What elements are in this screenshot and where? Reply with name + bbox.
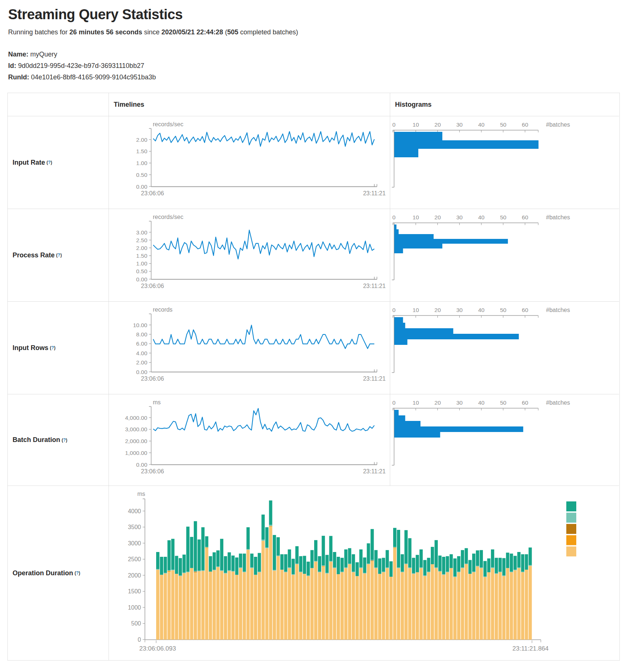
query-runid-label: RunId: bbox=[8, 73, 29, 81]
batch-duration-help-icon[interactable]: (?) bbox=[62, 438, 67, 443]
svg-text:20: 20 bbox=[435, 121, 441, 128]
query-id-row: Id: 9d0dd219-995d-423e-b97d-36931110bb27 bbox=[8, 60, 625, 72]
svg-text:records/sec: records/sec bbox=[153, 214, 183, 220]
svg-text:30: 30 bbox=[456, 214, 463, 220]
legend-swatch-4 bbox=[566, 535, 576, 545]
svg-text:10: 10 bbox=[413, 121, 419, 128]
running-batches-summary: Running batches for 26 minutes 56 second… bbox=[8, 28, 625, 36]
svg-text:50: 50 bbox=[500, 400, 506, 406]
row-label-text: Batch Duration bbox=[13, 436, 60, 444]
svg-text:4,000.00: 4,000.00 bbox=[125, 415, 148, 421]
query-name-row: Name: myQuery bbox=[8, 49, 625, 60]
svg-text:1,000.00: 1,000.00 bbox=[125, 450, 148, 456]
svg-text:50: 50 bbox=[500, 214, 506, 220]
svg-text:30: 30 bbox=[456, 307, 463, 313]
row-label-batch-duration: Batch Duration (?) bbox=[8, 394, 109, 486]
svg-text:0: 0 bbox=[392, 214, 396, 220]
header-empty-cell bbox=[8, 93, 109, 116]
svg-text:3,000.00: 3,000.00 bbox=[125, 426, 148, 432]
svg-text:#batches: #batches bbox=[546, 400, 570, 406]
svg-text:#batches: #batches bbox=[546, 307, 570, 313]
svg-text:3500: 3500 bbox=[128, 524, 141, 530]
svg-text:records/sec: records/sec bbox=[153, 121, 183, 127]
start-timestamp: 2020/05/21 22:44:28 bbox=[161, 28, 223, 36]
batch-duration-histogram-chart: 0102030405060#batches bbox=[390, 394, 619, 486]
query-runid-row: RunId: 04e101e6-8bf8-4165-9099-9104c951b… bbox=[8, 72, 625, 83]
query-name-label: Name: bbox=[8, 51, 28, 58]
svg-text:2,000.00: 2,000.00 bbox=[125, 438, 148, 444]
svg-text:6.00: 6.00 bbox=[136, 340, 148, 347]
svg-text:23:06:06: 23:06:06 bbox=[141, 283, 164, 289]
process-rate-timeline-chart: records/sec3.002.502.001.501.000.500.002… bbox=[109, 209, 390, 302]
svg-text:4000: 4000 bbox=[128, 508, 141, 514]
row-label-text: Operation Duration bbox=[13, 569, 73, 577]
svg-text:2000: 2000 bbox=[128, 572, 141, 579]
svg-text:40: 40 bbox=[478, 400, 485, 406]
svg-text:60: 60 bbox=[522, 121, 529, 128]
header-timelines: Timelines bbox=[109, 93, 390, 116]
input-rate-timeline-chart: records/sec2.001.501.000.500.0023:06:062… bbox=[109, 116, 390, 209]
operation-duration-help-icon[interactable]: (?) bbox=[75, 570, 80, 576]
svg-text:0.50: 0.50 bbox=[136, 268, 148, 274]
svg-text:20: 20 bbox=[435, 400, 441, 406]
svg-text:2.00: 2.00 bbox=[136, 137, 148, 143]
input-rate-help-icon[interactable]: (?) bbox=[47, 160, 52, 165]
svg-text:1000: 1000 bbox=[128, 604, 141, 611]
input-rows-timeline-chart: records10.008.006.004.002.000.0023:06:06… bbox=[109, 302, 390, 394]
row-label-operation-duration: Operation Duration (?) bbox=[8, 486, 109, 660]
query-id-value: 9d0dd219-995d-423e-b97d-36931110bb27 bbox=[18, 62, 144, 69]
svg-text:2500: 2500 bbox=[128, 556, 141, 562]
svg-text:0.00: 0.00 bbox=[136, 369, 148, 375]
streaming-query-statistics-page: Streaming Query Statistics Running batch… bbox=[0, 0, 625, 661]
svg-text:23:11:21: 23:11:21 bbox=[363, 468, 385, 474]
svg-text:ms: ms bbox=[153, 399, 161, 405]
svg-text:1.00: 1.00 bbox=[136, 160, 148, 166]
svg-text:23:11:21: 23:11:21 bbox=[363, 283, 385, 289]
completed-batches-count: 505 bbox=[227, 28, 238, 36]
svg-text:30: 30 bbox=[456, 400, 463, 406]
svg-text:0: 0 bbox=[392, 121, 396, 128]
row-label-text: Input Rows bbox=[13, 344, 48, 352]
statistics-table: Timelines Histograms Input Rate (?) reco… bbox=[7, 93, 620, 661]
svg-text:40: 40 bbox=[478, 214, 485, 220]
svg-text:0.50: 0.50 bbox=[136, 172, 148, 178]
svg-text:23:06:06: 23:06:06 bbox=[141, 376, 164, 382]
process-rate-help-icon[interactable]: (?) bbox=[56, 253, 62, 258]
input-rows-help-icon[interactable]: (?) bbox=[50, 345, 55, 350]
svg-text:23:11:21.864: 23:11:21.864 bbox=[512, 645, 549, 652]
svg-text:50: 50 bbox=[500, 307, 506, 313]
svg-text:23:11:21: 23:11:21 bbox=[363, 190, 385, 196]
svg-text:23:06:06.093: 23:06:06.093 bbox=[139, 645, 176, 652]
svg-text:1500: 1500 bbox=[128, 588, 141, 594]
query-name-value: myQuery bbox=[30, 51, 57, 58]
query-meta: Name: myQuery Id: 9d0dd219-995d-423e-b97… bbox=[8, 49, 625, 83]
row-label-text: Process Rate bbox=[13, 251, 55, 259]
svg-text:ms: ms bbox=[137, 491, 145, 497]
svg-text:2.00: 2.00 bbox=[136, 359, 148, 366]
summary-suffix: completed batches) bbox=[238, 28, 298, 36]
svg-text:2.50: 2.50 bbox=[136, 237, 148, 243]
svg-text:10: 10 bbox=[413, 307, 419, 313]
svg-text:#batches: #batches bbox=[546, 214, 570, 220]
svg-text:1.50: 1.50 bbox=[136, 148, 148, 154]
svg-text:60: 60 bbox=[522, 214, 529, 220]
svg-text:20: 20 bbox=[435, 307, 441, 313]
svg-text:10.00: 10.00 bbox=[133, 322, 147, 328]
row-label-input-rate: Input Rate (?) bbox=[8, 116, 109, 209]
svg-text:60: 60 bbox=[522, 307, 529, 313]
svg-text:1.00: 1.00 bbox=[136, 260, 148, 267]
svg-text:#batches: #batches bbox=[546, 121, 570, 128]
svg-text:3.00: 3.00 bbox=[136, 229, 148, 236]
summary-since: since bbox=[142, 28, 161, 36]
svg-text:500: 500 bbox=[131, 620, 141, 627]
svg-text:2.00: 2.00 bbox=[136, 245, 148, 251]
svg-text:0: 0 bbox=[392, 400, 396, 406]
svg-text:3000: 3000 bbox=[128, 540, 141, 546]
svg-text:8.00: 8.00 bbox=[136, 331, 148, 337]
page-title: Streaming Query Statistics bbox=[8, 7, 625, 23]
svg-text:0: 0 bbox=[138, 637, 141, 643]
legend-swatch-1 bbox=[566, 501, 576, 511]
legend-swatch-3 bbox=[566, 524, 576, 534]
summary-paren: ( bbox=[223, 28, 227, 36]
svg-text:20: 20 bbox=[435, 214, 441, 220]
